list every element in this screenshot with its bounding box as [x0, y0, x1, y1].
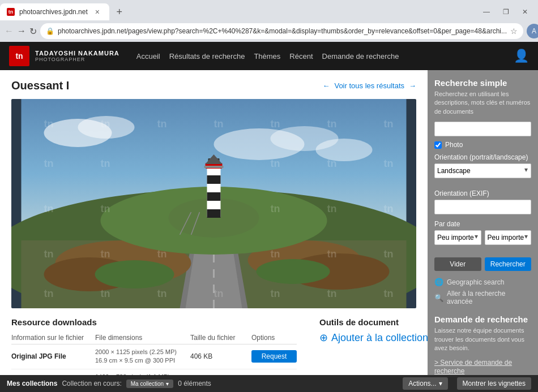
add-collection-button[interactable]: ⊕ Ajouter à la collection	[319, 331, 428, 344]
browser-tab[interactable]: tn photoarchives.jpdn.net ×	[0, 3, 109, 20]
nav-user[interactable]: 👤	[514, 49, 529, 63]
url-text: photoarchives.jpdn.net/pages/view.php?se…	[58, 27, 507, 35]
svg-text:tn: tn	[384, 248, 394, 260]
back-button[interactable]: ←	[5, 23, 14, 39]
new-tab-button[interactable]: +	[112, 4, 127, 20]
montrer-button[interactable]: Montrer les vignettes	[457, 377, 531, 390]
svg-text:tn: tn	[44, 288, 54, 299]
date-select-2[interactable]: Peu importe	[485, 230, 532, 245]
exif-input[interactable]	[434, 200, 531, 214]
search-buttons: Vider Rechercher	[434, 257, 531, 271]
nav-accueil[interactable]: Accueil	[136, 52, 160, 61]
page-title: Ouessant I	[11, 79, 322, 92]
main-image: tn tn tn tn tn tn tn tn tn tn tn tn tn t…	[11, 99, 416, 308]
svg-text:tn: tn	[271, 248, 280, 260]
date-select-2-wrapper: Peu importe	[485, 230, 532, 251]
col-dims: File dimensions	[95, 334, 186, 342]
demande-desc: Laissez notre équipe documents trouver l…	[434, 326, 531, 352]
content-area: Ouessant I ← Voir tous les résultats →	[0, 70, 538, 375]
svg-text:tn: tn	[44, 248, 54, 260]
svg-point-5	[316, 139, 373, 161]
search-input[interactable]	[434, 122, 531, 136]
svg-rect-26	[204, 166, 224, 168]
file-dims-1: 2000 × 1125 pixels (2.25 MP) 16.9 cm × 9…	[95, 348, 186, 365]
sidebar: Recherche simple Recherchez en utilisant…	[428, 70, 538, 375]
reload-button[interactable]: ↻	[29, 23, 37, 39]
svg-text:tn: tn	[327, 203, 337, 214]
svg-text:tn: tn	[157, 118, 167, 130]
bookmark-icon[interactable]: ☆	[510, 27, 518, 36]
logo-text: TADAYOSHI NAKAMURA PHOTOGRAPHER	[35, 50, 119, 62]
svg-point-16	[257, 259, 330, 284]
nav-themes[interactable]: Thèmes	[254, 52, 280, 61]
voir-tous-link[interactable]: Voir tous les résultats	[334, 81, 404, 90]
address-bar: ← → ↻ 🔒 photoarchives.jpdn.net/pages/vie…	[0, 20, 538, 42]
rechercher-button[interactable]: Rechercher	[485, 257, 532, 271]
nav-recent[interactable]: Récent	[289, 52, 313, 61]
demande-link[interactable]: > Service de demande de recherche	[434, 359, 512, 375]
forward-button[interactable]: →	[17, 23, 26, 39]
file-size-1: 406 KB	[190, 352, 247, 360]
date-select-1[interactable]: Peu importe	[434, 230, 481, 245]
maximize-button[interactable]: ❐	[498, 7, 513, 17]
prev-result-arrow[interactable]: ←	[322, 81, 330, 90]
vider-button[interactable]: Vider	[434, 257, 481, 271]
orientation-select[interactable]: Landscape Portrait Toutes	[434, 163, 531, 178]
outils-title: Outils de document	[319, 317, 428, 327]
geo-search-link[interactable]: 🌐 Geographic search	[434, 278, 531, 286]
col-options: Options	[251, 334, 297, 342]
browser-actions: A ⋮	[527, 24, 538, 38]
svg-text:tn: tn	[44, 158, 54, 169]
nav-demande[interactable]: Demande de recherche	[322, 52, 399, 61]
col-info: Information sur le fichier	[11, 334, 91, 342]
close-window-button[interactable]: ✕	[518, 7, 532, 17]
advanced-label: Aller à la recherche avancée	[447, 290, 531, 305]
collection-name: Ma collection	[131, 381, 164, 387]
user-icon[interactable]: 👤	[514, 49, 529, 63]
svg-text:tn: tn	[157, 288, 167, 299]
tab-title: photoarchives.jpdn.net	[19, 8, 88, 16]
collection-arrow: ▾	[166, 381, 169, 387]
actions-button[interactable]: Actions... ▾	[403, 377, 447, 390]
photo-checkbox[interactable]	[434, 141, 442, 149]
date-select-1-wrapper: Peu importe	[434, 230, 481, 251]
svg-text:tn: tn	[157, 248, 167, 260]
url-bar[interactable]: 🔒 photoarchives.jpdn.net/pages/view.php?…	[40, 23, 523, 39]
profile-avatar[interactable]: A	[527, 24, 538, 38]
date-label: Par date	[434, 220, 531, 228]
svg-text:tn: tn	[384, 158, 394, 169]
site-logo[interactable]: tn	[9, 46, 29, 66]
advanced-search-link[interactable]: 🔍 Aller à la recherche avancée	[434, 290, 531, 305]
tab-favicon: tn	[7, 8, 15, 16]
svg-text:tn: tn	[271, 158, 280, 169]
navbar: tn TADAYOSHI NAKAMURA PHOTOGRAPHER Accue…	[0, 42, 538, 70]
svg-text:tn: tn	[101, 248, 110, 260]
file-label-1: Original JPG File	[11, 352, 91, 360]
svg-text:tn: tn	[327, 158, 337, 169]
svg-text:tn: tn	[101, 288, 110, 299]
url-bar-actions: ☆	[510, 27, 518, 36]
exif-label: Orientation (EXIF)	[434, 189, 531, 197]
outils-section: Outils de document ⊕ Ajouter à la collec…	[319, 317, 428, 375]
tab-close-button[interactable]: ×	[92, 7, 103, 17]
table-header: Information sur le fichier File dimensio…	[11, 331, 297, 344]
nav-links: Accueil Résultats de recherche Thèmes Ré…	[136, 52, 502, 61]
request-button-1[interactable]: Request	[251, 350, 297, 363]
lock-icon: 🔒	[46, 27, 54, 35]
svg-rect-22	[207, 209, 221, 218]
photo-checkbox-row: Photo	[434, 141, 531, 149]
collection-select[interactable]: Ma collection ▾	[126, 380, 173, 388]
resource-title: Resource downloads	[11, 317, 297, 327]
photographer-name: TADAYOSHI NAKAMURA	[35, 50, 119, 57]
svg-text:tn: tn	[214, 288, 224, 299]
minimize-button[interactable]: —	[479, 7, 494, 17]
actions-label: Actions...	[408, 380, 436, 387]
nav-resultats[interactable]: Résultats de recherche	[169, 52, 245, 61]
orientation-select-wrapper: Landscape Portrait Toutes	[434, 163, 531, 184]
svg-text:tn: tn	[44, 203, 54, 214]
table-row: Screen 1400 × 788 pixels (1.1 MP) 11.9 c…	[11, 369, 297, 375]
demande-section: Demande de recherche Laissez notre équip…	[434, 315, 531, 375]
lighthouse-svg: tn tn tn tn tn tn tn tn tn tn tn tn tn t…	[11, 99, 416, 308]
advanced-icon: 🔍	[434, 294, 443, 302]
next-result-arrow[interactable]: →	[409, 81, 416, 90]
